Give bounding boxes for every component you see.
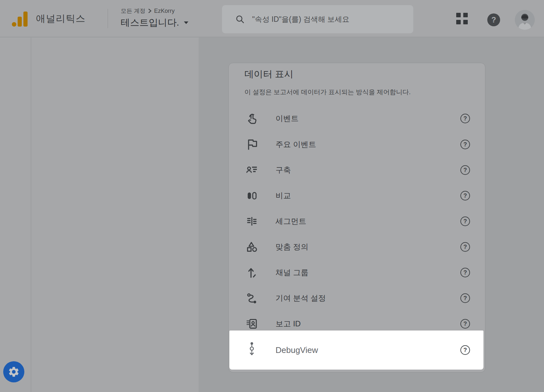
row-attribution-settings[interactable]: 기여 분석 설정 ? <box>229 285 483 311</box>
help-icon[interactable]: ? <box>460 165 470 175</box>
row-comparisons[interactable]: 비교 ? <box>229 183 483 208</box>
shapes-icon <box>244 239 260 255</box>
comparison-icon <box>244 188 260 203</box>
property-name: 테스트입니다. <box>121 16 179 29</box>
row-events[interactable]: 이벤트 ? <box>229 106 483 131</box>
audience-icon <box>244 162 260 178</box>
row-label: 세그먼트 <box>276 216 306 226</box>
row-key-events[interactable]: 주요 이벤트 ? <box>229 132 483 157</box>
flag-icon <box>244 137 260 152</box>
breadcrumb-account: EzKorry <box>154 8 175 14</box>
chevron-right-icon <box>148 8 152 13</box>
help-icon[interactable]: ? <box>460 114 470 123</box>
row-debugview[interactable]: DebugView ? <box>229 331 483 370</box>
row-label: 구축 <box>276 165 291 175</box>
admin-nav-drawer <box>31 37 199 392</box>
product-name: 애널리틱스 <box>36 0 86 37</box>
attribution-path-icon <box>244 290 260 306</box>
help-icon[interactable]: ? <box>460 140 470 149</box>
row-segments[interactable]: 세그먼트 ? <box>229 208 483 234</box>
row-label: 기여 분석 설정 <box>276 293 326 303</box>
help-icon[interactable]: ? <box>460 293 470 303</box>
app-header: 애널리틱스 모든 계정 EzKorry 테스트입니다. ? <box>0 0 544 37</box>
avatar[interactable] <box>515 10 535 30</box>
tap-icon <box>244 111 260 126</box>
identity-card-icon <box>244 316 260 331</box>
help-icon[interactable]: ? <box>460 345 470 355</box>
row-label: 맞춤 정의 <box>276 242 309 252</box>
icon-rail <box>0 37 31 392</box>
search-icon <box>235 15 244 24</box>
search-bar[interactable] <box>222 5 413 33</box>
row-label: 이벤트 <box>276 113 299 124</box>
row-label: 보고 ID <box>276 319 301 329</box>
help-icon[interactable]: ? <box>487 13 500 26</box>
help-icon[interactable]: ? <box>460 319 470 329</box>
help-icon[interactable]: ? <box>460 268 470 277</box>
row-custom-definitions[interactable]: 맞춤 정의 ? <box>229 234 483 260</box>
row-audiences[interactable]: 구축 ? <box>229 157 483 183</box>
search-input[interactable] <box>252 15 400 24</box>
channel-arrow-icon <box>244 265 260 280</box>
row-label: 채널 그룹 <box>276 267 309 278</box>
segment-icon <box>244 214 260 229</box>
help-icon[interactable]: ? <box>460 216 470 226</box>
row-label: DebugView <box>276 345 318 355</box>
breadcrumb[interactable]: 모든 계정 EzKorry <box>121 7 175 15</box>
apps-grid-icon[interactable] <box>456 13 470 27</box>
row-channel-groups[interactable]: 채널 그룹 ? <box>229 260 483 285</box>
help-icon[interactable]: ? <box>460 191 470 200</box>
card-subtitle: 이 설정은 보고서에 데이터가 표시되는 방식을 제어합니다. <box>244 88 411 96</box>
header-divider <box>108 9 108 28</box>
row-label: 비교 <box>276 191 291 201</box>
google-analytics-logo-icon[interactable] <box>12 11 28 28</box>
card-title: 데이터 표시 <box>244 68 293 81</box>
caret-down-icon <box>184 21 189 24</box>
admin-gear-icon[interactable] <box>3 361 24 382</box>
debug-icon <box>244 341 260 359</box>
row-label: 주요 이벤트 <box>276 139 316 150</box>
breadcrumb-scope: 모든 계정 <box>121 7 145 15</box>
help-icon[interactable]: ? <box>460 242 470 252</box>
property-switcher[interactable]: 테스트입니다. <box>121 15 189 30</box>
